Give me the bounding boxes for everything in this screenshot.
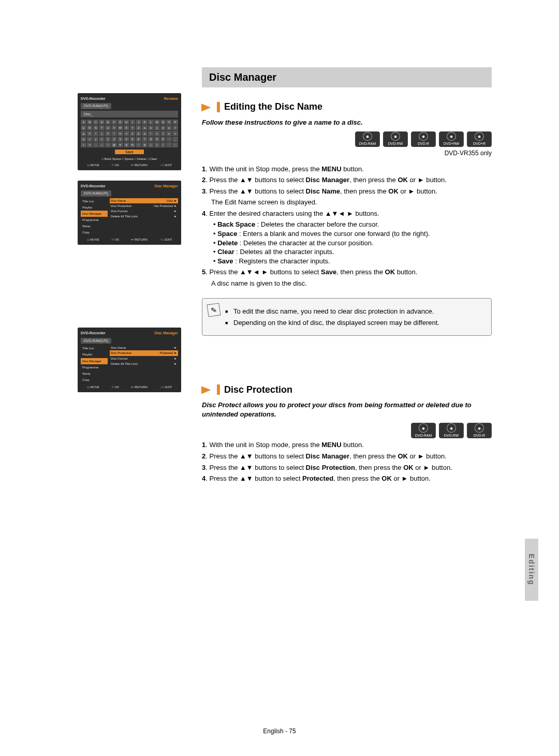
section2-intro: Disc Protect allows you to protect your …: [202, 401, 492, 419]
instruction-step: 2. Press the ▲▼ buttons to select Disc M…: [202, 175, 492, 185]
note-item: Depending on the kind of disc, the displ…: [225, 318, 484, 328]
section1-title: Editing the Disc Name: [224, 100, 322, 113]
disc-badge: ◉DVD-R: [411, 131, 436, 147]
instruction-substep: • Clear : Deletes all the character inpu…: [213, 247, 492, 257]
disc-badge: ◉DVD-RW: [383, 131, 408, 147]
instruction-step: 3. Press the ▲▼ buttons to select Disc P…: [202, 463, 492, 472]
osd1-footer: ◇ MOVE☉ OK↩ RETURN→□ EXIT: [81, 163, 178, 167]
section1-steps: 1. With the unit in Stop mode, press the…: [202, 165, 492, 288]
disc-type-badges-2: ◉DVD-RAM◉DVD-RW◉DVD-R: [202, 423, 492, 438]
osd1-keyboard-grid: ABCDEFGHIJKLMNOPQRSTUVWXYZabcdefghijklmn…: [81, 120, 178, 147]
instruction-substep: • Space : Enters a blank and moves the c…: [213, 229, 492, 239]
instruction-substep: • Back Space : Deletes the character bef…: [213, 220, 492, 229]
play-arrow-icon: ▶: [201, 382, 211, 396]
osd1-save: Save: [115, 150, 144, 154]
osd-disc-manager-screen-1: DVD-RecorderDisc Manager DVD-RAM(VR) Tit…: [78, 181, 181, 245]
section-accent-bar: [217, 384, 220, 395]
disc-badge: ◉DVD-R: [467, 423, 492, 438]
disc-badge: ◉DVD+R: [467, 131, 492, 147]
note-item: To edit the disc name, you need to clear…: [225, 307, 484, 316]
section-accent-bar: [217, 102, 220, 112]
instruction-step: 1. With the unit in Stop mode, press the…: [202, 440, 492, 450]
side-tab: Editing: [525, 539, 538, 601]
page-footer: English - 75: [0, 727, 559, 735]
osd-disc-manager-screen-2: DVD-RecorderDisc Manager DVD-RAM(VR) Tit…: [78, 328, 181, 392]
play-arrow-icon: ▶: [201, 100, 211, 114]
instruction-step: 4. Enter the desired characters using th…: [202, 209, 492, 218]
osd1-input: Disc_: [81, 111, 178, 117]
disc-badge: ◉DVD-RAM: [355, 131, 380, 147]
instruction-step: 4. Press the ▲▼ button to select Protect…: [202, 474, 492, 483]
osd1-hints: □ Back Space □ Space □ Delete □ Clear: [81, 157, 178, 161]
osd1-title: DVD-Recorder: [81, 96, 106, 101]
model-note: DVD-VR355 only: [202, 149, 492, 157]
disc-type-badges-1: ◉DVD-RAM◉DVD-RW◉DVD-R◉DVD+RW◉DVD+R: [202, 131, 492, 147]
section2-steps: 1. With the unit in Stop mode, press the…: [202, 440, 492, 483]
instruction-step: 2. Press the ▲▼ buttons to select Disc M…: [202, 452, 492, 461]
osd-rename-screen: DVD-RecorderRename DVD-RAM(VR) Disc_ ABC…: [78, 93, 181, 170]
disc-badge: ◉DVD-RW: [439, 423, 464, 438]
instruction-step: 1. With the unit in Stop mode, press the…: [202, 165, 492, 174]
instruction-step: 3. Press the ▲▼ buttons to select Disc N…: [202, 187, 492, 196]
osd1-src: DVD-RAM(VR): [81, 103, 111, 109]
instruction-substep: • Delete : Deletes the character at the …: [213, 239, 492, 248]
section2-title: Disc Protection: [224, 383, 292, 396]
disc-badge: ◉DVD+RW: [439, 131, 464, 147]
note-box: ✎ To edit the disc name, you need to cle…: [202, 298, 492, 336]
pencil-note-icon: ✎: [207, 303, 220, 317]
osd1-mode: Rename: [164, 96, 178, 101]
section1-intro: Follow these instructions to give a name…: [202, 118, 492, 127]
chapter-title: Disc Manager: [202, 67, 492, 87]
instruction-substep: • Save : Registers the character inputs.: [213, 257, 492, 266]
disc-badge: ◉DVD-RAM: [411, 423, 436, 438]
instruction-step: 5. Press the ▲▼◄ ► buttons to select Sav…: [202, 268, 492, 277]
